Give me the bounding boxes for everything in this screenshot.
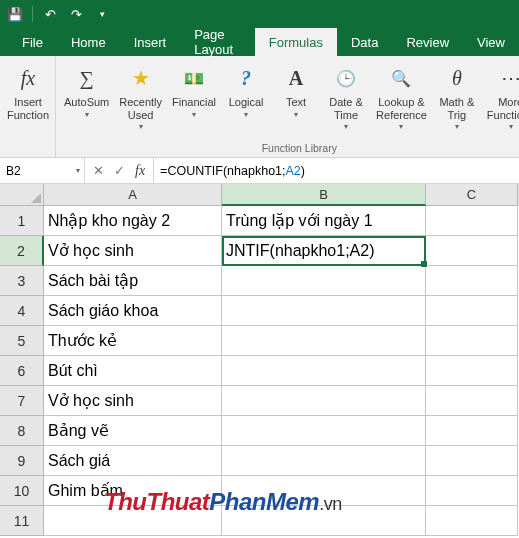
row-header[interactable]: 5 [0,326,44,356]
tab-insert[interactable]: Insert [120,28,181,56]
button-label: Financial [172,96,216,109]
save-icon[interactable]: 💾 [6,5,24,23]
tab-view[interactable]: View [463,28,519,56]
chevron-down-icon: ▾ [244,110,248,119]
logical-button[interactable]: ? Logical ▾ [222,60,270,121]
cell-c4[interactable] [426,296,518,326]
theta-icon: θ [441,62,473,94]
cell-c7[interactable] [426,386,518,416]
math-trig-button[interactable]: θ Math & Trig ▾ [433,60,481,133]
cell-b9[interactable] [222,446,426,476]
fx-icon: fx [12,62,44,94]
lookup-reference-button[interactable]: 🔍 Lookup & Reference ▾ [372,60,431,133]
row-header[interactable]: 4 [0,296,44,326]
cell-b5[interactable] [222,326,426,356]
money-icon: 💵 [178,62,210,94]
row-header[interactable]: 3 [0,266,44,296]
cell-a6[interactable]: Bút chì [44,356,222,386]
customize-qat-icon[interactable]: ▾ [93,5,111,23]
watermark-text: PhanMem [209,488,319,515]
enter-icon[interactable]: ✓ [114,163,125,178]
cell-c11[interactable] [426,506,518,536]
row-header[interactable]: 1 [0,206,44,236]
cell-b3[interactable] [222,266,426,296]
more-functions-button[interactable]: ⋯ More Functions ▾ [483,60,519,133]
cell-c6[interactable] [426,356,518,386]
cell-b2[interactable]: JNTIF(nhapkho1;A2) [222,236,426,266]
undo-icon[interactable]: ↶ [41,5,59,23]
redo-icon[interactable]: ↷ [67,5,85,23]
row-header[interactable]: 2 [0,236,44,266]
row-header[interactable]: 7 [0,386,44,416]
cell-a4[interactable]: Sách giáo khoa [44,296,222,326]
row-header[interactable]: 10 [0,476,44,506]
text-button[interactable]: A Text ▾ [272,60,320,121]
tab-file[interactable]: File [8,28,57,56]
chevron-down-icon: ▾ [399,122,403,131]
formula-controls: ✕ ✓ fx [85,158,154,183]
button-label: Insert Function [7,96,49,121]
column-header-b[interactable]: B [222,184,426,206]
cancel-icon[interactable]: ✕ [93,163,104,178]
row-header[interactable]: 6 [0,356,44,386]
formula-bar: B2 ▾ ✕ ✓ fx =COUNTIF(nhapkho1;A2) [0,158,519,184]
cell-a3[interactable]: Sách bài tập [44,266,222,296]
button-label: More Functions [487,96,519,121]
tab-home[interactable]: Home [57,28,120,56]
select-all-corner[interactable] [0,184,44,206]
fx-icon[interactable]: fx [135,163,145,179]
column-header-a[interactable]: A [44,184,222,206]
clock-icon: 🕒 [330,62,362,94]
insert-function-button[interactable]: fx Insert Function [4,60,52,123]
cell-b1[interactable]: Trùng lặp với ngày 1 [222,206,426,236]
cell-b7[interactable] [222,386,426,416]
star-icon: ★ [125,62,157,94]
button-label: AutoSum [64,96,109,109]
chevron-down-icon: ▾ [139,122,143,131]
spreadsheet-grid: A B C 1Nhập kho ngày 2Trùng lặp với ngày… [0,184,519,536]
column-header-c[interactable]: C [426,184,518,206]
row-header[interactable]: 11 [0,506,44,536]
cell-c8[interactable] [426,416,518,446]
chevron-down-icon: ▾ [509,122,513,131]
cell-b4[interactable] [222,296,426,326]
cell-c3[interactable] [426,266,518,296]
cell-a8[interactable]: Bảng vẽ [44,416,222,446]
formula-text: ) [301,164,305,178]
row-header[interactable]: 8 [0,416,44,446]
cell-a7[interactable]: Vở học sinh [44,386,222,416]
cell-a9[interactable]: Sách giá [44,446,222,476]
financial-button[interactable]: 💵 Financial ▾ [168,60,220,121]
cell-a2[interactable]: Vở học sinh [44,236,222,266]
formula-input[interactable]: =COUNTIF(nhapkho1;A2) [154,158,519,183]
recently-used-button[interactable]: ★ Recently Used ▾ [115,60,166,133]
date-time-button[interactable]: 🕒 Date & Time ▾ [322,60,370,133]
chevron-down-icon[interactable]: ▾ [76,166,80,175]
button-label: Text [286,96,306,109]
tab-formulas[interactable]: Formulas [255,28,337,56]
tab-page-layout[interactable]: Page Layout [180,28,255,56]
tab-data[interactable]: Data [337,28,392,56]
chevron-down-icon: ▾ [192,110,196,119]
cell-c1[interactable] [426,206,518,236]
cell-c2[interactable] [426,236,518,266]
cell-c5[interactable] [426,326,518,356]
row-header[interactable]: 9 [0,446,44,476]
chevron-down-icon: ▾ [294,110,298,119]
watermark-text: .vn [319,494,342,514]
tab-review[interactable]: Review [392,28,463,56]
autosum-button[interactable]: ∑ AutoSum ▾ [60,60,113,121]
cell-b6[interactable] [222,356,426,386]
formula-text: =COUNTIF(nhapkho1; [160,164,285,178]
button-label: Lookup & Reference [376,96,427,121]
search-icon: 🔍 [385,62,417,94]
name-box[interactable]: B2 ▾ [0,158,85,183]
cell-c9[interactable] [426,446,518,476]
group-function-library: ∑ AutoSum ▾ ★ Recently Used ▾ 💵 Financia… [56,56,519,157]
cell-b8[interactable] [222,416,426,446]
cell-c10[interactable] [426,476,518,506]
cell-a1[interactable]: Nhập kho ngày 2 [44,206,222,236]
question-icon: ? [230,62,262,94]
cell-a5[interactable]: Thước kẻ [44,326,222,356]
group-insert-function: fx Insert Function [0,56,56,157]
